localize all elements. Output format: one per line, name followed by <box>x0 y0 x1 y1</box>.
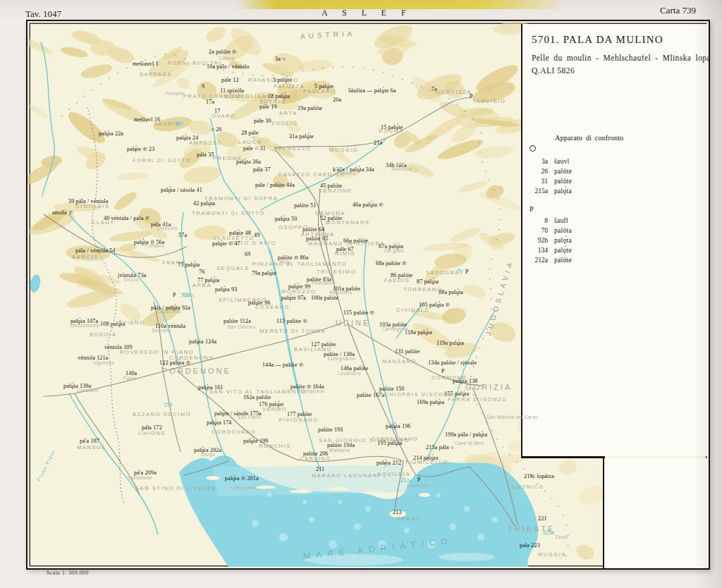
town-label: TRAMONTI DI SOTTO <box>192 210 265 216</box>
town-label: PINZANO AL TAGLIAMENTO <box>252 261 347 267</box>
map-point-label: 115 palóte ℗ <box>343 310 374 316</box>
hamlet-label: Palse <box>123 376 136 381</box>
town-label: UGOVIZZA <box>436 89 472 95</box>
map-sheet: + + + + + + + + + + + + + + + + + + + + … <box>26 20 710 570</box>
hamlet-label: Basaldella <box>157 309 180 314</box>
town-label: AMPEZZO <box>189 140 222 146</box>
hamlet-label: San Paolo <box>238 415 262 419</box>
water-label: Fiume Piave <box>35 449 56 483</box>
map-point-label: pála / véntola 54 <box>75 247 116 254</box>
hamlet-label: Sedrano <box>152 328 171 333</box>
map-point-label: palǫ́ta / sásola 41 <box>161 187 202 193</box>
plate-number: Tav. 1047 <box>25 8 61 20</box>
map-point-label: pále ○ 31 <box>243 145 266 152</box>
map-point-label: pále 30 <box>254 118 271 124</box>
town-label: AQUILEIA <box>377 471 410 477</box>
reference-number: 159 <box>164 402 172 408</box>
region-label: MARE ADRIATICO <box>302 536 453 561</box>
town-label: COSEANO <box>255 304 290 310</box>
scale-label: Scala 1: 300.000 <box>47 570 89 576</box>
map-point-label: 20a <box>333 97 341 103</box>
town-label: GORIZIA <box>465 383 512 391</box>
map-point-label: 221 <box>538 515 547 522</box>
town-label: UDINE <box>336 319 370 327</box>
hamlet-label: Collina <box>219 56 235 61</box>
town-label: CHIONS <box>138 430 166 436</box>
town-label: RONCHIS <box>259 443 291 449</box>
map-point-label: 199a pála / palǫ́ta <box>445 431 487 438</box>
town-label: FARRA D'ISONZO <box>448 396 508 403</box>
hamlet-label: Poffabro <box>145 243 164 248</box>
town-label: VITO D'ASIO <box>233 240 276 246</box>
hamlet-label: Gorgo <box>201 452 215 457</box>
map-point-label: palǫ́ta 22a <box>99 130 123 137</box>
map-label-layer: AUSTRIAJUGOSLAVIAMARE ADRIATICOFiume Pia… <box>26 20 710 570</box>
town-label: TARVISIO <box>472 98 506 104</box>
chart-number: Carta 739 <box>660 5 696 16</box>
town-label: MAGNANO IN RIVIERA <box>308 240 385 247</box>
town-label: DOGNA <box>379 128 404 134</box>
map-point-label: 19a palóte <box>298 105 322 111</box>
town-label: CARLINO <box>300 455 331 462</box>
town-label: MOGGIO <box>329 147 358 153</box>
map-point-label: palóte 193 <box>318 427 343 433</box>
town-label: RAVASCLETTO <box>248 77 298 83</box>
town-label: CAVAZZO CARNICO <box>279 171 345 178</box>
town-label: TRIESTE <box>508 525 555 533</box>
map-point-label: 57a <box>178 232 187 238</box>
town-label: PORDENONE <box>162 367 231 375</box>
town-label: CIMOLAIS <box>75 203 110 209</box>
town-label: TRICESIMO <box>317 269 356 275</box>
town-label: CORDOVADO <box>212 429 256 435</box>
town-label: FAEDIS <box>384 277 410 283</box>
town-label: SAN VITO AL TAGLIAMENTO <box>209 388 306 395</box>
map-point-label: palę́te ℗ 23 <box>127 146 154 152</box>
town-label: FORNI AVOLTRI <box>168 60 222 66</box>
town-label: MORUZZO <box>281 288 316 295</box>
town-label: MERETO DI TOMBA <box>259 328 326 334</box>
town-label: PAULARO <box>303 88 336 94</box>
map-point-label: 213 <box>393 509 402 515</box>
map-point-label: P <box>173 292 176 298</box>
hamlet-label: Chievolis <box>157 226 178 231</box>
town-label: SAURIS <box>154 121 180 127</box>
town-label: FORNI DI SOTTO <box>133 157 191 164</box>
town-label: MANZANO <box>382 358 417 365</box>
town-label: BARCIS <box>72 254 99 260</box>
hamlet-label: Lumignacco <box>328 356 355 361</box>
town-label: AZZANO DECIMO <box>133 411 191 417</box>
map-point-label: palǫ́ta ℗ 201a <box>225 475 259 482</box>
map-point-label: 134a palóte / sjésule <box>428 360 477 366</box>
town-label: CHIOPRIS VISCONE <box>384 391 453 398</box>
map-point-label: palóte 112a <box>224 318 251 324</box>
map-point-label: 28 pále <box>241 130 259 136</box>
map-point-label: palǫ́ta 50 <box>275 216 297 222</box>
town-label: ARTEGNA <box>301 231 334 238</box>
town-label: BUDOIA <box>90 331 116 338</box>
map-point-label: 2a palóte ℗ <box>209 49 236 55</box>
town-label: BASILIANO <box>294 346 332 353</box>
region-label: AUSTRIA <box>300 30 356 40</box>
town-label: GEMONA <box>315 210 345 216</box>
map-point-label: 21a <box>374 140 382 146</box>
map-point-label: P <box>465 269 469 275</box>
region-label: JUGOSLAVIA <box>484 259 515 336</box>
town-label: OSOPPO <box>279 224 308 231</box>
map-point-label: 169a palǫ́ta <box>417 399 444 405</box>
town-label: TOLMEZZO <box>274 145 312 152</box>
town-label: VARMO <box>262 406 287 412</box>
map-point-label: 113 palóte ℗ <box>276 318 307 324</box>
map-point-label: 100a palóte <box>311 295 338 301</box>
town-label: ZUGLIO <box>271 120 298 126</box>
town-label: MONTENARS <box>326 219 369 226</box>
town-label: CORDENONS <box>169 355 214 361</box>
hamlet-label: Cave di Selz <box>455 441 484 446</box>
town-label: PALUZZA <box>274 83 305 90</box>
map-point-label: 119a palǫ́ta <box>436 340 464 346</box>
town-label: SAVOGNA <box>426 269 460 276</box>
map-point-label: pále / palóte 44a <box>255 182 295 188</box>
hamlet-label: Modoletto <box>329 290 352 295</box>
town-label: FIUMICELLO <box>405 459 448 465</box>
map-point-label: palóte 51 <box>294 202 316 209</box>
map-point-label: pá'a 187 <box>80 438 99 444</box>
